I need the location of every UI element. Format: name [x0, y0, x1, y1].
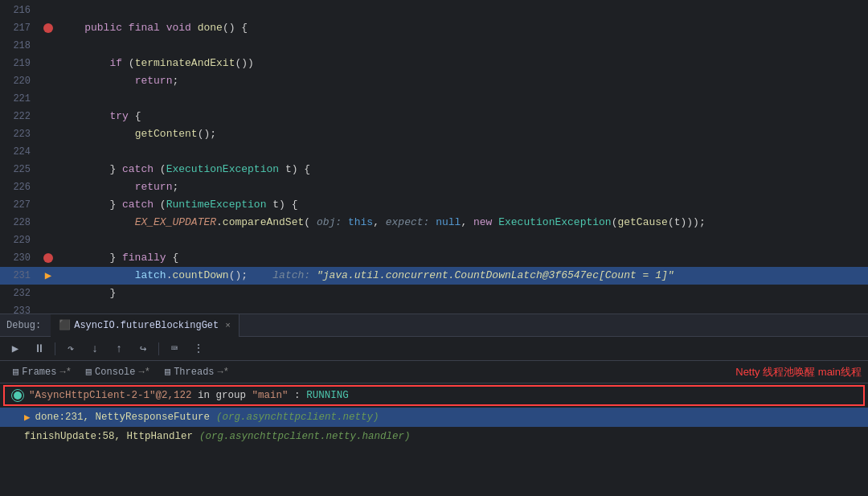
code-line: 229 — [0, 232, 868, 249]
code-line: 218 — [0, 37, 868, 55]
thread-running-icon — [11, 389, 24, 402]
stack-method-name-2: finishUpdate:58, HttpHandler — [24, 431, 193, 442]
close-tab-icon[interactable]: × — [225, 321, 231, 330]
threads-icon: ▤ — [165, 366, 170, 378]
console-arrow: →* — [139, 367, 150, 378]
tab-icon: ⬛ — [59, 319, 71, 331]
stack-method-name: done:231, NettyResponseFuture — [35, 412, 211, 423]
debug-label: Debug: — [6, 320, 41, 331]
toolbar-separator-2 — [158, 342, 159, 355]
debug-tab-title: AsyncIO.futureBlockingGet — [74, 320, 219, 331]
frames-icon: ▤ — [13, 366, 18, 378]
code-line: 219 if (terminateAndExit()) — [0, 55, 868, 72]
step-out-button[interactable]: ↑ — [110, 340, 128, 358]
stack-frame-1[interactable]: ▶ done:231, NettyResponseFuture (org.asy… — [0, 408, 868, 427]
step-into-button[interactable]: ↓ — [86, 340, 104, 358]
code-line: 227 } catch (RuntimeException t) { — [0, 196, 868, 214]
resume-button[interactable]: ▶ — [6, 340, 24, 358]
code-line: 232 } — [0, 285, 868, 302]
threads-arrow: →* — [218, 367, 229, 378]
debug-panel: Debug: ⬛ AsyncIO.futureBlockingGet × ▶ ⏸… — [0, 314, 868, 446]
code-line: 216 — [0, 2, 868, 19]
run-to-cursor-button[interactable]: ↪ — [134, 340, 152, 358]
code-line: 223 getContent(); — [0, 125, 868, 143]
code-line: 220 return; — [0, 72, 868, 90]
code-line: 217 public final void done() { — [0, 19, 868, 37]
frames-label: Frames — [22, 367, 56, 378]
thread-item-running[interactable]: "AsyncHttpClient-2-1"@2,122 in group "ma… — [3, 385, 865, 406]
breakpoint-icon-2 — [43, 253, 53, 263]
more-button[interactable]: ⋮ — [190, 340, 207, 358]
current-line-arrow: ▶ — [45, 267, 51, 285]
frames-arrow: →* — [59, 367, 71, 378]
debug-toolbar: ▶ ⏸ ↷ ↓ ↑ ↪ ⌨ ⋮ — [0, 337, 868, 361]
code-line-current: 231 ▶ latch.countDown(); latch: "java.ut… — [0, 267, 868, 285]
stack-package: (org.asynchttpclient.netty) — [216, 412, 379, 423]
stack-package-2: (org.asynchttpclient.netty.handler) — [199, 431, 411, 442]
debug-subtabs: ▤ Frames →* ▤ Console →* ▤ Threads →* Ne… — [0, 361, 868, 383]
console-icon: ▤ — [86, 366, 92, 378]
console-subtab[interactable]: ▤ Console →* — [80, 364, 157, 379]
threads-subtab[interactable]: ▤ Threads →* — [158, 364, 235, 379]
code-line: 226 return; — [0, 178, 868, 196]
code-line: 222 try { — [0, 108, 868, 125]
code-line: 230 } finally { — [0, 249, 868, 267]
pause-button[interactable]: ⏸ — [31, 340, 48, 358]
debug-title-bar: Debug: ⬛ AsyncIO.futureBlockingGet × — [0, 314, 868, 337]
thread-status-dot — [14, 391, 22, 400]
step-over-button[interactable]: ↷ — [62, 340, 80, 358]
code-line: 221 — [0, 90, 868, 108]
breakpoint-icon — [43, 23, 53, 33]
code-line: 224 — [0, 143, 868, 161]
evaluate-button[interactable]: ⌨ — [166, 340, 183, 358]
thread-list: "AsyncHttpClient-2-1"@2,122 in group "ma… — [0, 385, 868, 446]
code-line: 233 — [0, 302, 868, 314]
threads-label: Threads — [174, 367, 214, 378]
frames-subtab[interactable]: ▤ Frames →* — [6, 364, 78, 379]
console-label: Console — [95, 367, 135, 378]
stack-frame-2[interactable]: finishUpdate:58, HttpHandler (org.asynch… — [0, 427, 868, 446]
thread-text: "AsyncHttpClient-2-1"@2,122 in group "ma… — [29, 390, 349, 401]
stack-arrow: ▶ — [24, 411, 31, 424]
toolbar-separator — [55, 342, 55, 355]
debug-tab[interactable]: ⬛ AsyncIO.futureBlockingGet × — [51, 314, 240, 337]
code-line: 225 } catch (ExecutionException t) { — [0, 161, 868, 178]
code-editor: 216 217 public final void done() { 218 2… — [0, 0, 868, 314]
netty-annotation: Netty 线程池唤醒 main线程 — [735, 365, 862, 379]
code-lines: 216 217 public final void done() { 218 2… — [0, 0, 868, 314]
code-line: 228 EX_EX_UPDATER.compareAndSet( obj: th… — [0, 214, 868, 232]
